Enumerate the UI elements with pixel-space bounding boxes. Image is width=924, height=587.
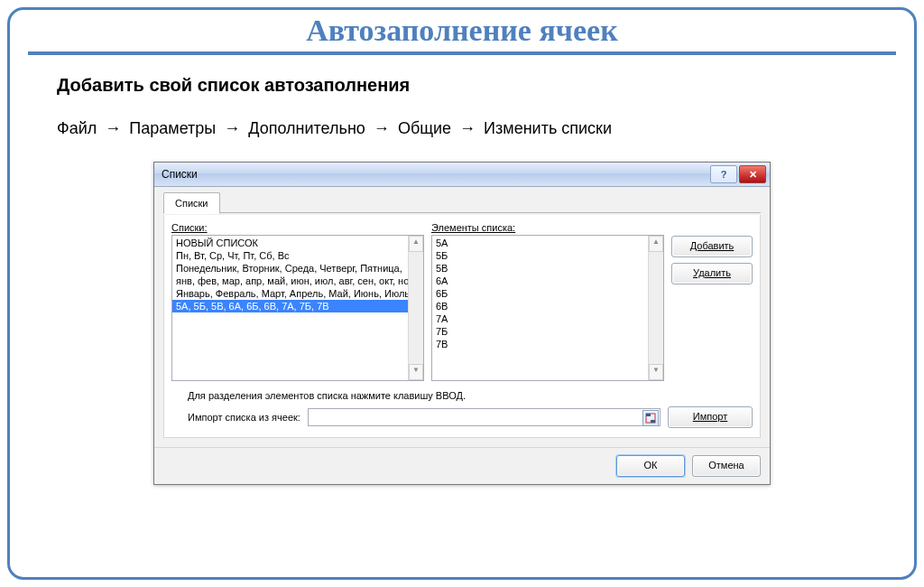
list-item[interactable]: 5А, 5Б, 5В, 6А, 6Б, 6В, 7А, 7Б, 7В: [172, 300, 409, 312]
elements-column: Элементы списка: 5А 5Б 5В 6А 6Б 6В 7А 7Б…: [431, 222, 664, 381]
help-icon: ?: [721, 169, 727, 180]
close-button[interactable]: ✕: [739, 165, 766, 183]
cancel-button-label: Отмена: [708, 460, 744, 471]
lists-items: НОВЫЙ СПИСОК Пн, Вт, Ср, Чт, Пт, Сб, Вс …: [172, 236, 409, 380]
slide-title: Автозаполнение ячеек: [299, 14, 625, 48]
element-line: 7А: [436, 313, 448, 324]
lists-dialog: Списки ? ✕ Списки Списки:: [153, 162, 771, 485]
scroll-down-icon[interactable]: ▼: [649, 364, 663, 380]
list-item[interactable]: Пн, Вт, Ср, Чт, Пт, Сб, Вс: [172, 249, 409, 262]
slide-body: Добавить свой список автозаполнения Файл…: [10, 55, 914, 485]
arrow-icon: →: [370, 119, 393, 138]
arrow-icon: →: [220, 119, 244, 138]
svg-rect-1: [646, 414, 651, 416]
element-line: 5Б: [436, 250, 448, 261]
tab-lists[interactable]: Списки: [163, 192, 220, 214]
element-line: 6В: [436, 301, 448, 312]
nav-path: Файл → Параметры → Дополнительно → Общие…: [57, 119, 867, 138]
lists-listbox[interactable]: НОВЫЙ СПИСОК Пн, Вт, Ср, Чт, Пт, Сб, Вс …: [171, 235, 424, 381]
elements-label-text: Элементы списка:: [431, 222, 515, 233]
help-button[interactable]: ?: [710, 165, 737, 183]
element-line: 7В: [436, 339, 448, 349]
element-line: 7Б: [436, 326, 448, 337]
element-line: 6А: [436, 275, 448, 286]
ok-button[interactable]: ОК: [616, 455, 685, 477]
dialog-footer: ОК Отмена: [154, 447, 770, 484]
side-buttons: Добавить Удалить: [671, 222, 753, 381]
delete-button-label: Удалить: [693, 267, 731, 278]
close-icon: ✕: [749, 169, 757, 181]
path-step: Изменить списки: [484, 119, 612, 137]
elements-content: 5А 5Б 5В 6А 6Б 6В 7А 7Б 7В: [432, 236, 649, 380]
import-input-wrap: [308, 408, 661, 426]
tabstrip: Списки: [163, 192, 761, 213]
element-line: 5В: [436, 263, 448, 274]
import-label: Импорт списка из ячеек:: [188, 412, 300, 423]
delete-button[interactable]: Удалить: [671, 263, 753, 284]
arrow-icon: →: [101, 119, 125, 138]
add-button-label: Добавить: [690, 240, 735, 251]
list-item[interactable]: НОВЫЙ СПИСОК: [172, 237, 409, 249]
columns: Списки: НОВЫЙ СПИСОК Пн, Вт, Ср, Чт, Пт,…: [171, 222, 753, 381]
scroll-up-icon[interactable]: ▲: [649, 236, 663, 252]
list-item[interactable]: Январь, Февраль, Март, Апрель, Май, Июнь…: [172, 287, 409, 300]
import-row: Импорт списка из ячеек:: [171, 406, 753, 428]
hint-text: Для разделения элементов списка нажмите …: [171, 390, 753, 401]
lists-label-text: Списки:: [171, 222, 208, 233]
import-button-label: Импорт: [693, 411, 727, 422]
import-button[interactable]: Импорт: [668, 406, 753, 428]
path-step: Дополнительно: [248, 119, 365, 137]
list-item[interactable]: янв, фев, мар, апр, май, июн, июл, авг, …: [172, 275, 409, 287]
lists-column: Списки: НОВЫЙ СПИСОК Пн, Вт, Ср, Чт, Пт,…: [171, 222, 424, 381]
arrow-icon: →: [456, 119, 479, 138]
slide-title-wrap: Автозаполнение ячеек: [10, 14, 914, 48]
elements-label: Элементы списка:: [431, 222, 664, 233]
svg-rect-2: [651, 420, 655, 423]
add-button[interactable]: Добавить: [671, 236, 753, 257]
cancel-button[interactable]: Отмена: [692, 455, 761, 477]
path-step: Файл: [57, 119, 97, 137]
slide-subheading: Добавить свой список автозаполнения: [57, 75, 867, 96]
scrollbar[interactable]: ▲ ▼: [648, 236, 663, 380]
slide-frame: Автозаполнение ячеек Добавить свой списо…: [7, 7, 917, 580]
dialog-body: Списки Списки: НОВЫЙ СПИСОК Пн, Вт, Ср, …: [154, 187, 770, 447]
tab-panel: Списки: НОВЫЙ СПИСОК Пн, Вт, Ср, Чт, Пт,…: [163, 215, 761, 438]
range-picker-icon: [645, 413, 656, 424]
elements-textbox[interactable]: 5А 5Б 5В 6А 6Б 6В 7А 7Б 7В ▲ ▼: [431, 235, 664, 381]
lists-label: Списки:: [171, 222, 424, 233]
ok-button-label: ОК: [644, 460, 658, 471]
element-line: 6Б: [436, 288, 448, 299]
list-item[interactable]: Понедельник, Вторник, Среда, Четверг, Пя…: [172, 262, 409, 275]
import-input[interactable]: [308, 408, 661, 426]
dialog-title: Списки: [162, 168, 708, 181]
scrollbar[interactable]: ▲ ▼: [408, 236, 423, 380]
range-picker-button[interactable]: [642, 410, 659, 426]
scroll-up-icon[interactable]: ▲: [409, 236, 423, 252]
element-line: 5А: [436, 238, 448, 248]
path-step: Общие: [398, 119, 451, 137]
scroll-down-icon[interactable]: ▼: [409, 364, 423, 380]
dialog-titlebar[interactable]: Списки ? ✕: [154, 163, 770, 187]
path-step: Параметры: [129, 119, 216, 137]
